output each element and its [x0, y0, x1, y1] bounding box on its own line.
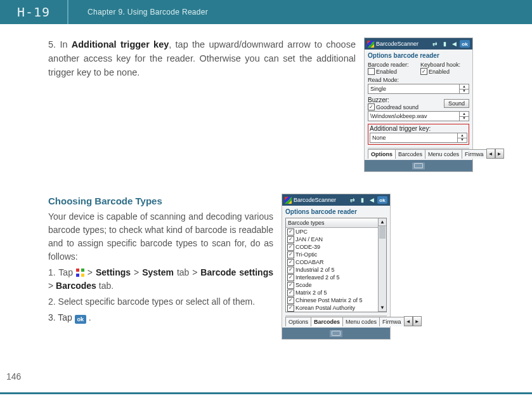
s3-lead: 3. Tap	[48, 312, 75, 322]
tab-barcodes[interactable]: Barcodes	[395, 149, 425, 159]
readmode-value: Single	[368, 86, 459, 92]
tab-scroll-right-icon[interactable]: ►	[495, 149, 504, 159]
screenshot-options: BarcodeScanner ⇄ ▮ ◀ ok Options barcode …	[365, 38, 472, 171]
keyboard-icon[interactable]	[412, 163, 425, 169]
tab-menucodes[interactable]: Menu codes	[425, 149, 462, 159]
tab-menucodes[interactable]: Menu codes	[342, 317, 380, 326]
nav-barcodes: Barcodes	[56, 281, 96, 291]
network-icon[interactable]: ⇄	[349, 196, 356, 204]
sound-path-field[interactable]: \Windows\okbeep.wav ▲▼	[368, 111, 469, 121]
atk-spinner[interactable]: ▲▼	[457, 133, 467, 142]
app-title: BarcodeScanner	[294, 197, 347, 203]
list-item: ✓UPC	[286, 228, 378, 236]
tab-barcodes[interactable]: Barcodes	[311, 317, 343, 326]
app-title: BarcodeScanner	[376, 41, 429, 47]
checkbox-icon[interactable]: ✓	[287, 297, 294, 304]
tab-scroll-left-icon[interactable]: ◄	[404, 316, 413, 326]
checkbox-icon[interactable]: ✓	[287, 305, 294, 312]
checkbox-icon[interactable]: ✓	[287, 236, 294, 243]
soft-keyboard-bar[interactable]	[282, 328, 390, 339]
spin-down-icon[interactable]: ▼	[460, 90, 469, 94]
panel-caption: Options barcode reader	[285, 208, 387, 215]
start-icon[interactable]	[367, 41, 374, 48]
additional-trigger-box: Additional trigger key: None ▲▼	[368, 124, 469, 145]
chapter-title: Chapter 9. Using Barcode Reader	[88, 8, 208, 17]
list-header: Barcode types	[286, 218, 378, 228]
checkbox-icon[interactable]: ✓	[287, 274, 294, 281]
item-label: Scode	[295, 281, 312, 289]
step-3: 3. Tap ok .	[48, 311, 273, 324]
barcode-type-list[interactable]: Barcode types ✓UPC ✓JAN / EAN ✓CODE-39 ✓…	[285, 218, 387, 312]
tab-options[interactable]: Options	[368, 149, 396, 159]
list-item: ✓JAN / EAN	[286, 236, 378, 243]
spin-down-icon[interactable]: ▼	[458, 138, 467, 143]
tab-firmware[interactable]: Firmwa	[379, 317, 405, 326]
nav-barcode-settings: Barcode settings	[200, 267, 273, 277]
step-2: 2. Select specific barcode types or sele…	[48, 295, 273, 309]
item-label: Tri-Optic	[295, 251, 317, 258]
volume-icon[interactable]: ◀	[368, 196, 375, 204]
checkbox-icon[interactable]: ✓	[287, 259, 294, 266]
checkbox-icon[interactable]: ✓	[287, 251, 294, 258]
checkbox-icon[interactable]: ✓	[287, 229, 294, 236]
sound-spinner[interactable]: ▲▼	[459, 112, 469, 121]
atk-label: Additional trigger key:	[370, 125, 467, 132]
tab-firmware[interactable]: Firmwa	[462, 149, 487, 159]
start-icon[interactable]	[285, 197, 292, 204]
network-icon[interactable]: ⇄	[431, 40, 439, 48]
signal-icon[interactable]: ▮	[441, 40, 448, 48]
keyboard-icon[interactable]	[330, 330, 342, 337]
readmode-field[interactable]: Single ▲▼	[368, 84, 469, 94]
goodread-checkbox[interactable]: ✓Goodread sound	[368, 103, 441, 110]
hook-label: Keyboard hook:	[420, 62, 469, 68]
tab-scroll-right-icon[interactable]: ►	[413, 316, 422, 326]
list-item: ✓CODABAR	[286, 258, 378, 266]
list-item: ✓Tri-Optic	[286, 251, 378, 258]
checkbox-icon[interactable]: ✓	[287, 289, 294, 296]
hook-enabled-checkbox[interactable]: ✓Enabled	[420, 68, 469, 75]
list-item: ✓Matrix 2 of 5	[286, 289, 378, 296]
scrollbar[interactable]: ▲ ▼	[378, 218, 386, 312]
screenshot-barcode-types: BarcodeScanner ⇄ ▮ ◀ ok Options barcode …	[282, 194, 390, 339]
readmode-spinner[interactable]: ▲▼	[459, 84, 469, 93]
soft-keyboard-bar[interactable]	[365, 160, 472, 171]
sep3: >	[48, 281, 56, 291]
tab-word1: tab >	[174, 267, 200, 277]
item-label: Industrial 2 of 5	[295, 266, 335, 274]
scroll-down-icon[interactable]: ▼	[379, 304, 386, 312]
section-para1: Your device is capable of scanning and d…	[48, 210, 273, 263]
item-label: JAN / EAN	[295, 236, 323, 243]
readmode-label: Read Mode:	[368, 77, 469, 83]
spin-down-icon[interactable]: ▼	[460, 117, 469, 121]
item-label: UPC	[295, 228, 308, 236]
sound-path-value: \Windows\okbeep.wav	[368, 113, 459, 119]
ok-button[interactable]: ok	[460, 40, 470, 48]
item-label: CODE-39	[295, 243, 320, 251]
goodread-label: Goodread sound	[376, 104, 418, 110]
tab-scroll-left-icon[interactable]: ◄	[486, 149, 495, 159]
step-number: 5.	[48, 39, 56, 50]
item-label: Interleaved 2 of 5	[295, 274, 340, 281]
scroll-up-icon[interactable]: ▲	[379, 218, 386, 226]
reader-enabled-checkbox[interactable]: Enabled	[368, 68, 417, 75]
volume-icon[interactable]: ◀	[450, 40, 458, 48]
atk-field[interactable]: None ▲▼	[370, 133, 467, 143]
tab-strip: Options Barcodes Menu codes Firmwa ◄►	[285, 316, 387, 326]
list-item: ✓Interleaved 2 of 5	[286, 274, 378, 281]
checkbox-icon[interactable]: ✓	[287, 267, 294, 274]
scroll-thumb[interactable]	[379, 226, 386, 239]
list-item: ✓CODE-39	[286, 243, 378, 251]
item-label: Chinese Post Matrix 2 of 5	[295, 296, 363, 304]
page-number: 146	[6, 371, 21, 382]
section-heading: Choosing Barcode Types	[48, 194, 273, 209]
tab-options[interactable]: Options	[285, 317, 311, 326]
signal-icon[interactable]: ▮	[358, 196, 366, 204]
checkbox-icon[interactable]: ✓	[287, 282, 294, 289]
step-5-text: 5. In Additional trigger key, tap the up…	[48, 38, 356, 79]
ok-button[interactable]: ok	[377, 196, 387, 204]
reader-label: Barcode reader:	[368, 62, 417, 68]
app-titlebar: BarcodeScanner ⇄ ▮ ◀ ok	[282, 194, 390, 206]
sound-button[interactable]: Sound	[444, 99, 469, 108]
sep1: >	[84, 267, 96, 277]
checkbox-icon[interactable]: ✓	[287, 244, 294, 251]
